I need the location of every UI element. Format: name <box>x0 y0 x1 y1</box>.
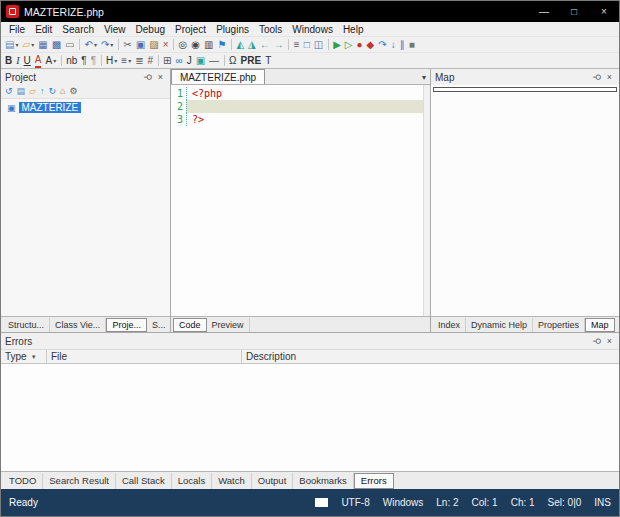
tab-list-button[interactable]: ▾ <box>422 73 430 84</box>
editor-line[interactable]: 2 <box>171 100 423 113</box>
column-header[interactable]: File ▼ <box>47 350 242 363</box>
editor-line[interactable]: 3 ?> <box>171 113 423 126</box>
breakpoint-button[interactable]: ◆ ▾ <box>365 38 377 52</box>
navigate-back-button[interactable]: ← ▾ <box>258 38 272 52</box>
new-file-button[interactable]: ▤ ▾ <box>3 38 20 52</box>
pin-panel-button[interactable]: ⚲ <box>591 70 604 84</box>
tab[interactable]: S... <box>147 318 170 332</box>
tab[interactable]: Output <box>252 473 294 489</box>
pause-button[interactable]: ∥ ▾ <box>398 38 407 52</box>
close-panel-button[interactable]: × <box>604 70 615 84</box>
font-button[interactable]: A ▾ <box>43 54 58 68</box>
tab[interactable]: Watch <box>212 473 252 489</box>
replace-button[interactable]: ◉ ▾ <box>189 38 202 52</box>
tab[interactable]: Locals <box>172 473 212 489</box>
stop-debug-button[interactable]: ■ ▾ <box>407 38 417 52</box>
tab[interactable]: Search Result <box>43 473 116 489</box>
pin-panel-button[interactable]: ⚲ <box>591 334 604 348</box>
editor-line[interactable]: 1 <?php <box>171 87 423 100</box>
numbered-list-button[interactable]: # ▾ <box>146 54 156 68</box>
open-file-button[interactable]: ▱ ▾ <box>20 38 36 52</box>
browser-preview-button[interactable]: ◮ ▾ <box>246 38 258 52</box>
run-button[interactable]: ▶ ▾ <box>331 38 343 52</box>
show-formatting-button[interactable]: ¶ ▾ <box>89 54 98 68</box>
editor-tab[interactable]: MAZTERIZE.php <box>171 69 265 84</box>
tab[interactable]: Code <box>173 318 207 332</box>
tab[interactable]: TODO <box>3 473 43 489</box>
underline-button[interactable]: U ▾ <box>22 54 33 68</box>
font-color-button[interactable]: A ▾ <box>33 54 44 68</box>
menu-item[interactable]: Project <box>170 24 211 35</box>
pin-panel-button[interactable]: ⚲ <box>142 70 155 84</box>
insert-anchor-button[interactable]: J ▾ <box>185 54 194 68</box>
document-map-thumbnail[interactable] <box>433 87 617 92</box>
close-panel-button[interactable]: × <box>604 334 615 348</box>
minimize-button[interactable]: — <box>529 1 559 22</box>
tree-item[interactable]: ▣ MAZTERIZE <box>7 102 170 113</box>
bullet-list-button[interactable]: ≣ ▾ <box>133 54 145 68</box>
split-window-button[interactable]: ◫ ▾ <box>312 38 325 52</box>
cut-button[interactable]: ✂ ▾ <box>121 38 133 52</box>
paste-button[interactable]: ▨ ▾ <box>147 38 160 52</box>
step-over-button[interactable]: ↷ ▾ <box>376 38 388 52</box>
tab[interactable]: Index <box>433 318 466 332</box>
sync-button[interactable]: ↺ ▾ <box>3 86 15 98</box>
menu-item[interactable]: File <box>4 24 30 35</box>
copy-button[interactable]: ▣ ▾ <box>134 38 147 52</box>
menu-item[interactable]: Plugins <box>211 24 254 35</box>
column-header[interactable]: Description ▼ <box>242 350 619 363</box>
tab[interactable]: Errors <box>354 473 394 489</box>
heading-button[interactable]: H ▾ <box>104 54 119 68</box>
horizontal-rule-button[interactable]: ― ▾ <box>207 54 221 68</box>
find-button[interactable]: ◎ ▾ <box>177 38 190 52</box>
file-list-button[interactable]: ≡ ▾ <box>292 38 302 52</box>
parent-folder-button[interactable]: ↑ ▾ <box>38 86 47 98</box>
new-project-folder-button[interactable]: ▱ ▾ <box>27 86 38 98</box>
menu-item[interactable]: Edit <box>30 24 57 35</box>
close-panel-button[interactable]: × <box>155 70 166 84</box>
insert-image-button[interactable]: ▣ ▾ <box>194 54 207 68</box>
column-header[interactable]: Type ▼ <box>1 350 47 363</box>
bookmark-button[interactable]: ⚑ ▾ <box>215 38 228 52</box>
tab[interactable]: Dynamic Help <box>466 318 533 332</box>
project-home-button[interactable]: ⌂ ▾ <box>58 86 67 98</box>
editor-scrollbar[interactable] <box>423 85 430 316</box>
non-breaking-space-button[interactable]: nb ▾ <box>64 54 79 68</box>
bold-button[interactable]: B ▾ <box>3 54 14 68</box>
insert-link-button[interactable]: ∞ ▾ <box>174 54 185 68</box>
paragraph-button[interactable]: ¶ ▾ <box>79 54 88 68</box>
step-into-button[interactable]: ↓ ▾ <box>389 38 398 52</box>
record-button[interactable]: ● ▾ <box>355 38 365 52</box>
preformatted-button[interactable]: PRE ▾ <box>239 54 264 68</box>
close-button[interactable]: × <box>589 1 619 22</box>
italic-button[interactable]: I ▾ <box>14 54 21 68</box>
tab[interactable]: Call Stack <box>116 473 172 489</box>
project-settings-button[interactable]: ⚙ ▾ <box>67 86 79 98</box>
menu-item[interactable]: Search <box>57 24 99 35</box>
refresh-project-button[interactable]: ↻ ▾ <box>46 86 58 98</box>
menu-item[interactable]: Help <box>338 24 369 35</box>
menu-item[interactable]: Windows <box>287 24 338 35</box>
tab[interactable]: Preview <box>207 318 250 332</box>
save-all-button[interactable]: ▩ ▾ <box>50 38 63 52</box>
menu-item[interactable]: Debug <box>131 24 170 35</box>
maximize-button[interactable]: □ <box>559 1 589 22</box>
print-button[interactable]: ▭ ▾ <box>63 38 76 52</box>
image-viewer-button[interactable]: ◭ ▾ <box>234 38 246 52</box>
tab[interactable]: Class Vie... <box>50 318 106 332</box>
navigate-forward-button[interactable]: → ▾ <box>272 38 286 52</box>
tab[interactable]: Map <box>585 318 615 332</box>
filter-icon[interactable]: ▼ <box>31 354 37 360</box>
insert-table-button[interactable]: ⊞ ▾ <box>161 54 173 68</box>
new-window-button[interactable]: □ ▾ <box>302 38 312 52</box>
menu-item[interactable]: Tools <box>254 24 287 35</box>
tidy-button[interactable]: T ▾ <box>263 54 273 68</box>
menu-item[interactable]: View <box>99 24 131 35</box>
save-button[interactable]: ▦ ▾ <box>36 38 49 52</box>
align-button[interactable]: ≡ ▾ <box>119 54 133 68</box>
redo-button[interactable]: ↷ ▾ <box>99 38 115 52</box>
undo-button[interactable]: ↶ ▾ <box>83 38 99 52</box>
tab[interactable]: Structu... <box>3 318 50 332</box>
delete-button[interactable]: × ▾ <box>161 38 171 52</box>
find-in-files-button[interactable]: ▥ ▾ <box>202 38 215 52</box>
